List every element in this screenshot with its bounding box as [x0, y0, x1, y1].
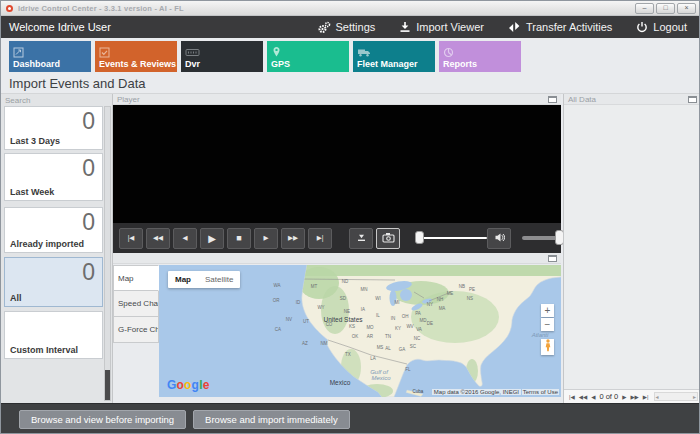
seek-slider[interactable] [417, 237, 487, 239]
tab-label: Events & Reviews [99, 59, 176, 69]
map-label: GA [399, 347, 406, 352]
browse-import-button[interactable]: Browse and import immediately [193, 410, 350, 429]
expand-icon[interactable] [688, 96, 697, 103]
stop-button[interactable]: ■ [227, 228, 251, 249]
center-panel: Player |◀ ◀◀ ◀ ▶ ■ ▶ ▶▶ ▶| [113, 94, 561, 403]
tab-reports[interactable]: Reports [439, 41, 521, 72]
map-label: NY [427, 302, 433, 307]
import-viewer-button[interactable]: Import Viewer [387, 21, 496, 33]
tab-dashboard[interactable]: Dashboard [9, 41, 91, 72]
page-first-button[interactable]: |◀ [569, 394, 575, 400]
video-display[interactable] [113, 105, 561, 223]
map-label: MT [311, 284, 318, 289]
mute-button[interactable] [487, 228, 511, 249]
browse-view-button[interactable]: Browse and view before importing [19, 410, 186, 429]
filter-label: Custom Interval [10, 345, 78, 355]
snapshot-button[interactable] [376, 228, 400, 249]
close-button[interactable]: × [677, 3, 696, 14]
map-label: WV [406, 324, 413, 329]
fast-forward-button[interactable]: ▶▶ [281, 228, 305, 249]
tab-speed-chart[interactable]: Speed Chart [113, 291, 159, 317]
sidebar-scrollbar-thumb[interactable] [105, 370, 110, 400]
map-label: United States [323, 316, 362, 323]
page-last-button[interactable]: ▶| [643, 394, 649, 400]
step-back-button[interactable]: ◀ [173, 228, 197, 249]
filter-already-imported[interactable]: 0 Already imported [4, 207, 103, 253]
map-label: VA [416, 327, 422, 332]
expand-icon[interactable] [548, 96, 557, 103]
logo-letter: o [177, 378, 185, 392]
play-button[interactable]: ▶ [200, 228, 224, 249]
download-icon [356, 232, 367, 244]
pegman-button[interactable] [541, 339, 554, 355]
rewind-button[interactable]: ◀◀ [146, 228, 170, 249]
map-label: AL [385, 346, 391, 351]
page-next-button[interactable]: ▶ [622, 394, 626, 400]
all-data-list[interactable] [564, 105, 700, 389]
page-fast-next-button[interactable]: ▶▶ [630, 394, 638, 400]
terms-of-use-link[interactable]: Terms of Use [522, 389, 559, 395]
player-panel-title: Player [117, 95, 140, 104]
map-label: MA [439, 306, 446, 311]
speaker-icon [493, 232, 505, 244]
tab-label: Fleet Manager [357, 59, 418, 69]
filter-last-week[interactable]: 0 Last Week [4, 153, 103, 201]
transfer-activities-button[interactable]: Transfer Activities [496, 21, 624, 34]
sidebar-scrollbar[interactable] [104, 106, 111, 401]
maximize-button[interactable]: □ [656, 3, 675, 14]
search-panel-header: Search [1, 94, 112, 106]
skip-end-button[interactable]: ▶| [308, 228, 332, 249]
tab-events-reviews[interactable]: Events & Reviews [95, 41, 177, 72]
tab-label: Reports [443, 59, 477, 69]
expand-icon[interactable] [548, 255, 557, 262]
scroll-right-icon[interactable]: ▸ [693, 393, 696, 401]
tab-gps[interactable]: GPS [267, 41, 349, 72]
tab-map[interactable]: Map [113, 265, 159, 291]
pagination-bar: |◀ ◀◀ ◀ 0 of 0 ▶ ▶▶ ▶| ◂ ▸ [564, 389, 700, 403]
map-label: LA [370, 356, 376, 361]
google-logo[interactable]: Google [167, 378, 210, 392]
filter-all[interactable]: 0 All [4, 257, 103, 307]
zoom-out-button[interactable]: − [541, 318, 554, 331]
page-prev-button[interactable]: ◀ [591, 394, 595, 400]
map-label: NM [321, 341, 328, 346]
transfer-activities-label: Transfer Activities [526, 21, 612, 33]
map-label: Mexico [330, 379, 351, 386]
map-type-satellite-button[interactable]: Satellite [198, 271, 240, 288]
seek-slider-thumb[interactable] [415, 231, 424, 244]
pegman-icon [544, 338, 552, 356]
tab-g-force-chart[interactable]: G-Force Chart [113, 317, 159, 343]
horizontal-scrollbar[interactable]: ◂ ▸ [654, 392, 698, 401]
page-fast-prev-button[interactable]: ◀◀ [579, 394, 587, 400]
logout-button[interactable]: Logout [624, 21, 699, 33]
power-icon [636, 21, 648, 33]
skip-start-button[interactable]: |◀ [119, 228, 143, 249]
filter-label: All [10, 293, 22, 303]
minimize-button[interactable]: – [635, 3, 654, 14]
map-canvas[interactable]: WAORCANVIDUTAZMTWYCONMNDSDNEKSOKTXMNIAMO… [159, 265, 561, 397]
map-label: TN [385, 334, 391, 339]
download-video-button[interactable] [349, 228, 373, 249]
map-type-map-button[interactable]: Map [168, 271, 198, 288]
tab-dvr[interactable]: Dvr [181, 41, 263, 72]
map-label: Cuba [413, 389, 424, 394]
step-forward-button[interactable]: ▶ [254, 228, 278, 249]
map-label: DE [427, 321, 433, 326]
scroll-left-icon[interactable]: ◂ [656, 393, 659, 401]
map-label: OH [402, 314, 409, 319]
settings-button[interactable]: Settings [305, 21, 388, 34]
tab-fleet-manager[interactable]: Fleet Manager [353, 41, 435, 72]
zoom-in-button[interactable]: + [541, 304, 554, 317]
map-label: CA [275, 327, 281, 332]
page-indicator: 0 of 0 [599, 392, 618, 401]
tab-label: Dashboard [13, 59, 60, 69]
camera-icon [382, 232, 395, 244]
map-label: ME [447, 291, 454, 296]
map-label: MN [361, 287, 368, 292]
map-label: ID [296, 300, 301, 305]
map-label: IA [361, 307, 365, 312]
footer-bar: Browse and view before importing Browse … [1, 403, 700, 434]
filter-last-3-days[interactable]: 0 Last 3 Days [4, 106, 103, 150]
volume-slider[interactable] [522, 236, 562, 240]
filter-custom-interval[interactable]: Custom Interval [4, 311, 103, 359]
